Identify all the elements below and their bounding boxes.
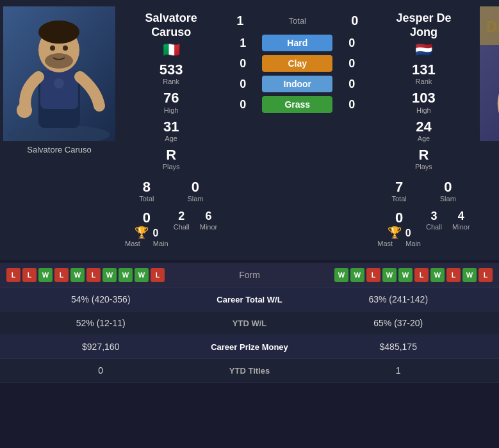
stats-left-2: $927,160 <box>10 342 192 352</box>
svg-rect-3 <box>40 71 78 109</box>
right-plays: R Plays <box>414 145 434 173</box>
left-rank-value: 533 <box>160 62 183 78</box>
stats-right-1: 65% (37-20) <box>307 318 490 328</box>
form-badge-right-1: W <box>350 268 364 282</box>
grass-button[interactable]: Grass <box>262 96 332 113</box>
form-badge-left-8: W <box>135 268 149 282</box>
form-badge-right-6: W <box>430 268 445 282</box>
right-age-label: Age <box>416 135 431 142</box>
form-badge-left-1: L <box>22 268 37 282</box>
total-right: 0 <box>351 13 358 28</box>
stats-rows-container: 54% (420-356)Career Total W/L63% (241-14… <box>0 288 499 383</box>
form-badge-left-6: W <box>102 268 117 282</box>
right-player-stats: Jesper De Jong 🇳🇱 131 Rank 103 High 24 A… <box>368 6 479 254</box>
left-total: 8 Total <box>124 177 170 205</box>
svg-point-9 <box>45 53 73 69</box>
hard-left: 1 <box>236 37 249 50</box>
left-plays-value: R <box>163 147 180 163</box>
form-badge-left-4: W <box>70 268 85 282</box>
form-badges-left: LLWLWLWWWL <box>6 268 211 282</box>
center-section: 1 Total 0 1 Hard 0 0 Clay 0 <box>227 6 368 254</box>
stats-label-1: YTD W/L <box>192 319 307 328</box>
left-age-value: 31 <box>163 119 179 135</box>
clay-right: 0 <box>345 57 358 71</box>
form-badge-right-9: L <box>479 268 493 282</box>
left-player-flag: 🇮🇹 <box>145 42 197 58</box>
right-plays-value: R <box>415 147 432 163</box>
form-badge-left-5: L <box>86 268 101 282</box>
right-rank-value: 131 <box>412 62 436 78</box>
svg-text:DER: DER <box>486 18 499 35</box>
left-trophy-icon: 🏆 <box>135 226 149 240</box>
stats-right-0: 63% (241-142) <box>307 294 490 304</box>
stats-row-3: 0YTD Titles1 <box>0 359 499 383</box>
indoor-button[interactable]: Indoor <box>262 76 332 92</box>
total-row: 1 Total 0 <box>227 10 368 32</box>
hard-right: 0 <box>345 37 358 50</box>
left-stats-grid: 8 Total 0 Slam 0 🏆 0 Mast Main <box>119 173 224 254</box>
right-high: 103 High <box>411 88 437 116</box>
left-high-label: High <box>163 106 179 114</box>
main-container: Salvatore Caruso Salvatore Caruso 🇮🇹 533… <box>0 0 499 383</box>
right-player-header: Jesper De Jong 🇳🇱 <box>393 6 454 60</box>
indoor-left: 0 <box>236 78 249 91</box>
left-plays: R Plays <box>161 145 181 173</box>
svg-point-10 <box>54 78 64 88</box>
clay-left: 0 <box>236 57 249 71</box>
form-badge-left-2: W <box>38 268 53 282</box>
right-plays-label: Plays <box>415 163 432 170</box>
form-badge-left-7: W <box>119 268 133 282</box>
right-trophy-icon: 🏆 <box>388 226 402 240</box>
hard-row: 1 Hard 0 <box>236 35 358 51</box>
indoor-right: 0 <box>345 78 358 91</box>
form-row: LLWLWLWWWL Form WWLWWLWLWL <box>0 263 499 288</box>
left-plays-label: Plays <box>163 163 180 170</box>
right-player-photo-container: DER <box>480 6 499 254</box>
form-badge-right-2: L <box>366 268 380 282</box>
left-player-photo-container: Salvatore Caruso <box>3 6 115 254</box>
stats-label-3: YTD Titles <box>192 366 307 376</box>
grass-left: 0 <box>236 98 249 112</box>
right-rank: 131 Rank <box>411 60 437 88</box>
left-mast: 0 🏆 0 Mast Main <box>124 208 170 250</box>
clay-button[interactable]: Clay <box>262 55 332 72</box>
hard-button[interactable]: Hard <box>262 35 332 51</box>
left-player-header-name: Salvatore Caruso <box>145 12 197 39</box>
svg-point-7 <box>50 46 55 51</box>
form-badge-right-5: L <box>414 268 429 282</box>
right-age-value: 24 <box>416 119 431 135</box>
left-rank-label: Rank <box>160 78 183 85</box>
form-badges-right: WWLWWLWLWL <box>288 268 493 282</box>
stats-right-2: $485,175 <box>307 342 490 352</box>
right-player-photo: DER <box>480 6 499 141</box>
form-label: Form <box>211 270 288 280</box>
left-player-name-bar: Salvatore Caruso <box>3 141 115 158</box>
left-high-value: 76 <box>163 90 179 106</box>
svg-point-4 <box>17 103 32 118</box>
right-high-value: 103 <box>412 90 436 106</box>
right-age: 24 Age <box>414 117 432 145</box>
left-slam: 0 Slam <box>172 177 219 205</box>
right-player-flag: 🇳🇱 <box>396 42 451 58</box>
right-total: 7 Total <box>376 177 422 205</box>
stats-left-1: 52% (12-11) <box>10 318 192 328</box>
form-badge-right-4: W <box>398 268 413 282</box>
stats-row-2: $927,160Career Prize Money$485,175 <box>0 335 499 359</box>
total-label: Total <box>289 16 306 26</box>
left-player-name: Salvatore Caruso <box>27 145 91 154</box>
right-rank-label: Rank <box>412 78 436 85</box>
left-age: 31 Age <box>162 117 180 145</box>
total-left: 1 <box>236 13 243 28</box>
left-player-photo <box>3 6 115 141</box>
form-badge-left-0: L <box>6 268 20 282</box>
form-badge-left-3: L <box>54 268 69 282</box>
left-chall-minor: 2 Chall 6 Minor <box>172 208 219 250</box>
left-age-label: Age <box>163 135 179 142</box>
form-badge-left-9: L <box>151 268 165 282</box>
form-badge-right-8: W <box>462 268 477 282</box>
svg-point-6 <box>38 21 79 44</box>
right-stats-grid: 7 Total 0 Slam 0 🏆 0 Mast Main <box>371 173 476 254</box>
stats-label-0: Career Total W/L <box>192 295 307 304</box>
right-mast: 0 🏆 0 Mast Main <box>376 208 422 250</box>
right-player-header-name: Jesper De Jong <box>396 12 451 39</box>
